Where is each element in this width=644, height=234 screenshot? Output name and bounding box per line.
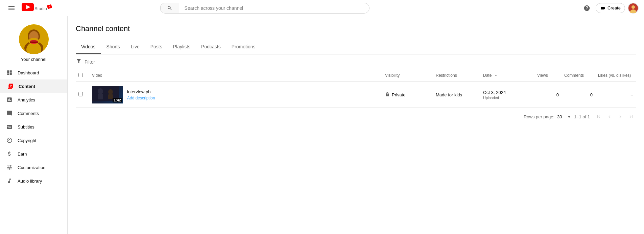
analytics-icon [5, 97, 14, 103]
create-button[interactable]: Create [596, 3, 625, 13]
table-row: 1:42 interview pb Add description [76, 82, 636, 108]
video-duration: 1:42 [113, 98, 122, 102]
rows-per-page-select[interactable]: 10 20 30 50 [557, 114, 568, 119]
rows-per-page-label: Rows per page: [524, 114, 554, 119]
search-input[interactable] [179, 5, 369, 11]
customization-icon [5, 164, 14, 170]
sidebar-item-analytics[interactable]: Analytics [0, 93, 67, 107]
last-page-button[interactable] [626, 112, 636, 121]
date-sub: Uploaded [483, 96, 532, 100]
likes-value: – [631, 92, 633, 97]
main-layout: Your channel Dashboard Content [0, 16, 644, 234]
svg-rect-16 [30, 42, 38, 43]
content-area: Channel content Videos Shorts Live Posts… [68, 16, 644, 234]
date-content: Oct 3, 2024 Uploaded [483, 90, 532, 100]
svg-point-20 [108, 89, 113, 95]
video-info: interview pb Add description [127, 89, 155, 100]
select-all-checkbox[interactable] [78, 73, 83, 77]
audio-library-icon [5, 178, 14, 184]
dashboard-icon [5, 70, 14, 76]
logo-area: Studio ↗ [22, 3, 52, 13]
date-header[interactable]: Date [480, 69, 534, 82]
visibility-content: Private [385, 92, 430, 98]
svg-rect-1 [8, 8, 15, 8]
next-page-button[interactable] [616, 112, 625, 121]
pagination-buttons [594, 112, 636, 121]
comments-cell: 0 [562, 82, 595, 108]
tab-promotions[interactable]: Promotions [226, 40, 261, 54]
content-icon [6, 83, 15, 89]
search-bar [160, 3, 369, 14]
visibility-cell: Private [382, 82, 433, 108]
visibility-header: Visibility [382, 69, 433, 82]
sidebar-item-content[interactable]: Content [0, 79, 67, 93]
tab-videos[interactable]: Videos [76, 40, 101, 54]
tab-live[interactable]: Live [125, 40, 145, 54]
tab-podcasts[interactable]: Podcasts [196, 40, 226, 54]
restrictions-value: Made for kids [436, 92, 462, 97]
sidebar-item-customization[interactable]: Customization [0, 161, 67, 174]
arrow-badge: ↗ [47, 4, 52, 9]
svg-rect-19 [98, 94, 103, 99]
row-checkbox[interactable] [78, 92, 83, 96]
tab-playlists[interactable]: Playlists [168, 40, 196, 54]
comments-header: Comments [562, 69, 595, 82]
channel-avatar[interactable] [19, 24, 49, 54]
sidebar-item-earn[interactable]: Earn [0, 147, 67, 161]
restrictions-cell: Made for kids [433, 82, 480, 108]
sidebar-item-comments[interactable]: Comments [0, 107, 67, 120]
sidebar-item-dashboard[interactable]: Dashboard [0, 66, 67, 79]
likes-cell: – [595, 82, 636, 108]
sidebar-item-subtitles[interactable]: Subtitles [0, 120, 67, 134]
user-avatar[interactable] [628, 3, 639, 14]
search-button[interactable] [160, 3, 179, 14]
tabs: Videos Shorts Live Posts Playlists Podca… [76, 40, 636, 54]
video-thumbnail[interactable]: 1:42 [92, 86, 123, 103]
views-header: Views [534, 69, 562, 82]
add-description-link[interactable]: Add description [127, 96, 155, 100]
rows-select-wrap: 10 20 30 50 ▾ [557, 114, 570, 119]
video-header: Video [89, 69, 382, 82]
svg-rect-2 [8, 9, 15, 10]
sidebar: Your channel Dashboard Content [0, 16, 68, 234]
tab-shorts[interactable]: Shorts [101, 40, 125, 54]
comments-icon [5, 110, 14, 116]
date-main: Oct 3, 2024 [483, 90, 532, 95]
select-all-header [76, 69, 89, 82]
rows-dropdown-arrow: ▾ [568, 115, 570, 119]
video-title: interview pb [127, 89, 155, 94]
menu-button[interactable] [5, 2, 18, 14]
video-table: Video Visibility Restrictions Date [76, 69, 636, 108]
comments-label: Comments [18, 111, 39, 116]
sidebar-item-audio-library[interactable]: Audio library [0, 174, 67, 188]
audio-library-label: Audio library [18, 179, 42, 184]
date-cell: Oct 3, 2024 Uploaded [480, 82, 534, 108]
svg-rect-21 [108, 94, 113, 99]
filter-text: Filter [85, 59, 95, 65]
youtube-studio-logo: Studio ↗ [22, 3, 52, 13]
svg-rect-0 [8, 6, 15, 7]
help-button[interactable] [581, 2, 593, 14]
page-title: Channel content [76, 24, 636, 33]
channel-section: Your channel [0, 19, 67, 66]
filter-row: Filter [76, 54, 636, 69]
subtitles-label: Subtitles [18, 124, 34, 130]
tab-posts[interactable]: Posts [145, 40, 168, 54]
analytics-label: Analytics [18, 97, 35, 102]
video-cell: 1:42 interview pb Add description [89, 82, 382, 108]
customization-label: Customization [18, 165, 45, 170]
yt-icon [22, 3, 34, 13]
pagination-row: Rows per page: 10 20 30 50 ▾ 1–1 of 1 [76, 108, 636, 125]
sidebar-item-copyright[interactable]: Copyright [0, 134, 67, 147]
prev-page-button[interactable] [605, 112, 614, 121]
views-value: 0 [556, 92, 559, 97]
views-cell: 0 [534, 82, 562, 108]
svg-point-18 [98, 88, 103, 94]
comments-value: 0 [590, 92, 593, 97]
rows-per-page: Rows per page: 10 20 30 50 ▾ [524, 114, 570, 119]
topbar: Studio ↗ Create [0, 0, 644, 16]
copyright-icon [5, 137, 14, 143]
subtitles-icon [5, 124, 14, 130]
page-info: 1–1 of 1 [574, 114, 590, 119]
first-page-button[interactable] [594, 112, 603, 121]
